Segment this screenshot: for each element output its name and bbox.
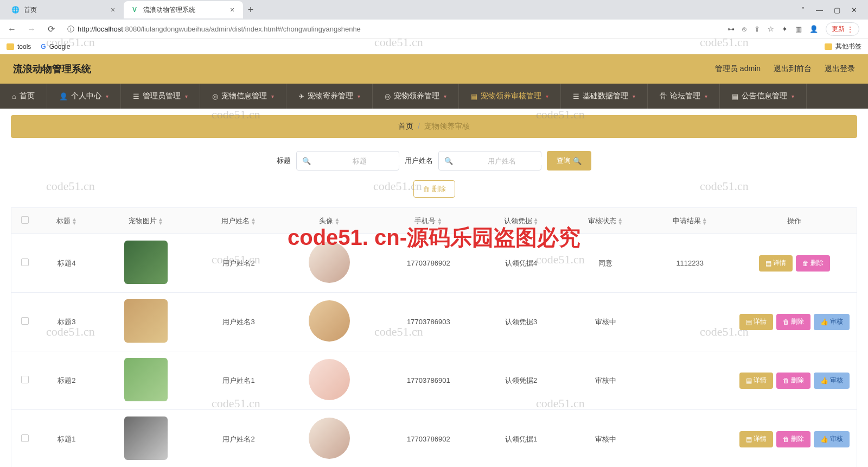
key-icon[interactable]: ⊶ <box>727 25 735 33</box>
search-title-input[interactable] <box>314 157 405 165</box>
browser-tab-1[interactable]: V 流浪动物管理系统 × <box>124 1 243 18</box>
sort-icon[interactable]: ▲▼ <box>437 217 442 225</box>
select-all-checkbox[interactable] <box>21 216 29 224</box>
bookmark-tools[interactable]: tools <box>7 43 31 51</box>
detail-button[interactable]: ▤详情 <box>739 314 773 330</box>
back-button[interactable]: ← <box>4 22 20 37</box>
nav-pet-info[interactable]: ◎宠物信息管理▾ <box>200 84 286 109</box>
avatar[interactable] <box>309 418 350 459</box>
detail-button[interactable]: ▤详情 <box>739 431 773 447</box>
col-avatar[interactable]: 头像 <box>319 217 333 225</box>
close-icon[interactable]: × <box>228 5 237 14</box>
nav-base-data[interactable]: ☰基础数据管理▾ <box>561 84 648 109</box>
new-tab-button[interactable]: + <box>243 2 258 17</box>
browser-tab-0[interactable]: 🌐 首页 × <box>4 1 124 18</box>
table-row: 标题2用户姓名117703786901认领凭据2审核中▤详情🗑删除👍审核 <box>11 351 857 410</box>
maximize-icon[interactable]: ▢ <box>834 6 840 14</box>
delete-button[interactable]: 🗑删除 <box>776 314 810 330</box>
user-icon: 👤 <box>59 92 68 100</box>
row-checkbox[interactable] <box>21 376 29 383</box>
cell-claim: 认领凭据3 <box>479 293 564 351</box>
detail-button[interactable]: ▤详情 <box>759 255 793 272</box>
translate-icon[interactable]: ⎋ <box>742 25 746 33</box>
sort-icon[interactable]: ▲▼ <box>702 217 707 225</box>
star-icon[interactable]: ☆ <box>768 25 774 33</box>
pet-image[interactable] <box>124 241 168 284</box>
admin-label[interactable]: 管理员 admin <box>715 64 761 74</box>
sort-icon[interactable]: ▲▼ <box>533 217 539 225</box>
nav-home[interactable]: ⌂首页 <box>0 84 47 109</box>
col-title[interactable]: 标题 <box>56 217 71 225</box>
audit-button[interactable]: 👍审核 <box>814 431 850 447</box>
audit-button[interactable]: 👍审核 <box>814 373 850 389</box>
list-icon: ☰ <box>133 92 139 100</box>
delete-button[interactable]: 🗑删除 <box>776 431 810 447</box>
bulk-delete-button[interactable]: 🗑删除 <box>413 180 455 198</box>
sidepanel-icon[interactable]: ▥ <box>795 25 802 33</box>
cell-ops: ▤详情🗑删除👍审核 <box>732 410 857 468</box>
exit-to-front-link[interactable]: 退出到前台 <box>774 64 812 74</box>
row-checkbox[interactable] <box>21 258 29 266</box>
pet-image[interactable] <box>124 416 168 460</box>
audit-button[interactable]: 👍审核 <box>814 314 850 330</box>
extensions-icon[interactable]: ✦ <box>782 25 788 33</box>
nav-pet-foster[interactable]: ✈宠物寄养管理▾ <box>286 84 373 109</box>
delete-button[interactable]: 🗑删除 <box>776 373 810 389</box>
logout-link[interactable]: 退出登录 <box>825 64 855 74</box>
nav-admin-mgmt[interactable]: ☰管理员管理▾ <box>121 84 200 109</box>
col-apply-result[interactable]: 申请结果 <box>673 217 701 225</box>
search-icon: 🔍 <box>573 157 582 165</box>
close-icon[interactable]: × <box>108 5 117 14</box>
forward-button[interactable]: → <box>24 22 39 37</box>
col-username[interactable]: 用户姓名 <box>221 217 250 225</box>
share-icon[interactable]: ⇪ <box>754 25 760 33</box>
delete-button[interactable]: 🗑删除 <box>796 255 830 272</box>
url-input[interactable]: ⓘ http://localhost:8080/liulangdongwubei… <box>63 22 719 37</box>
reload-button[interactable]: ⟳ <box>43 22 59 37</box>
pet-image[interactable] <box>124 299 168 343</box>
bookmark-google[interactable]: GGoogle <box>41 43 70 51</box>
cell-ops: ▤详情🗑删除 <box>732 234 857 293</box>
cell-claim: 认领凭据1 <box>479 410 564 468</box>
detail-button[interactable]: ▤详情 <box>739 373 773 389</box>
nav-forum[interactable]: ⾻论坛管理▾ <box>648 84 720 109</box>
update-button[interactable]: 更新 ⋮ <box>826 22 859 36</box>
col-claim[interactable]: 认领凭据 <box>504 217 532 225</box>
sort-icon[interactable]: ▲▼ <box>158 217 163 225</box>
nav-pet-adopt[interactable]: ◎宠物领养管理▾ <box>373 84 459 109</box>
col-phone[interactable]: 手机号 <box>414 217 436 225</box>
address-bar-icons: ⊶ ⎋ ⇪ ☆ ✦ ▥ 👤 更新 ⋮ <box>723 22 864 36</box>
folder-icon <box>825 43 832 50</box>
sort-icon[interactable]: ▲▼ <box>617 217 623 225</box>
avatar[interactable] <box>309 242 350 283</box>
table-row: 标题1用户姓名217703786902认领凭据1审核中▤详情🗑删除👍审核 <box>11 410 857 468</box>
nav-notice[interactable]: ▤公告信息管理▾ <box>720 84 807 109</box>
search-row: 标题 🔍 用户姓名 🔍 查询 🔍 <box>11 151 857 171</box>
chevron-down-icon[interactable]: ˅ <box>801 6 805 14</box>
col-pet-img[interactable]: 宠物图片 <box>129 217 157 225</box>
bookmark-other[interactable]: 其他书签 <box>825 42 861 51</box>
col-audit-status[interactable]: 审核状态 <box>588 217 616 225</box>
avatar[interactable] <box>309 359 350 400</box>
avatar[interactable] <box>309 300 350 342</box>
sort-icon[interactable]: ▲▼ <box>334 217 340 225</box>
chevron-down-icon: ▾ <box>185 93 188 99</box>
nav-pet-audit[interactable]: ▤宠物领养审核管理▾ <box>459 84 561 109</box>
profile-icon[interactable]: 👤 <box>809 25 818 33</box>
pet-image[interactable] <box>124 358 168 401</box>
close-window-icon[interactable]: ✕ <box>851 6 857 14</box>
search-username-input[interactable] <box>456 157 547 165</box>
chevron-down-icon: ▾ <box>444 93 446 99</box>
send-icon: ✈ <box>298 92 304 100</box>
row-checkbox[interactable] <box>21 434 29 442</box>
sort-icon[interactable]: ▲▼ <box>72 217 77 225</box>
sort-icon[interactable]: ▲▼ <box>251 217 256 225</box>
minimize-icon[interactable]: — <box>816 6 823 14</box>
bookmark-bar: tools GGoogle 其他书签 <box>0 39 868 54</box>
thumb-icon: 👍 <box>820 377 828 384</box>
row-checkbox[interactable] <box>21 317 29 325</box>
query-button[interactable]: 查询 🔍 <box>547 151 591 171</box>
nav-personal[interactable]: 👤个人中心▾ <box>47 84 121 109</box>
tab-strip: 🌐 首页 × V 流浪动物管理系统 × + ˅ — ▢ ✕ <box>0 0 868 20</box>
breadcrumb-home[interactable]: 首页 <box>398 122 413 131</box>
